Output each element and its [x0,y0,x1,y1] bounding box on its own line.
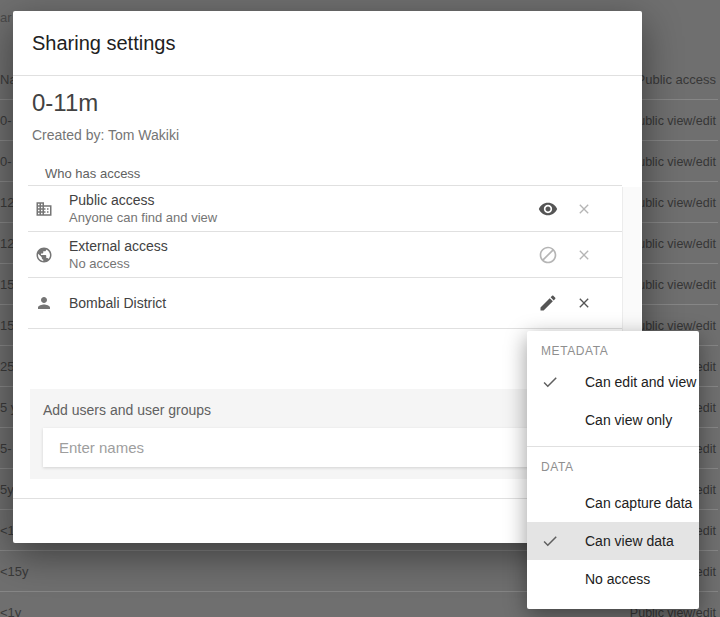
dialog-title: Sharing settings [32,32,175,55]
close-icon[interactable] [576,201,592,217]
menu-item-no-access[interactable]: No access [527,560,699,598]
shared-object-name: 0-11m [32,89,642,117]
background-row-name-fragment: 0- [0,154,12,169]
menu-item-can-view-data[interactable]: Can view data [527,522,699,560]
check-icon [541,373,559,391]
menu-item-can-capture-data[interactable]: Can capture data [527,484,699,522]
person-icon [35,294,53,312]
access-level-menu: METADATA Can edit and view Can view only… [527,331,699,609]
access-row: External access No access [28,231,622,277]
background-row-access-value: Public view/edit [630,155,716,169]
access-list: Public access Anyone can find and view E… [28,185,622,329]
background-row-name-fragment: <1y [0,605,21,617]
who-has-access-label: Who has access [45,166,642,182]
access-list-scrollbar-gutter[interactable] [622,187,641,332]
eye-icon[interactable] [538,199,558,219]
background-row-access-value: Public view/edit [630,237,716,251]
background-access-column-header: Public access [637,72,716,87]
background-row-access-value: Public view/edit [630,278,716,292]
menu-divider [527,446,699,447]
menu-item-label: Can view only [585,412,672,428]
menu-item-label: No access [585,571,650,587]
close-icon[interactable] [576,247,592,263]
access-row: Bombali District [28,277,622,329]
check-icon [541,532,559,550]
created-by-text: Created by: Tom Wakiki [32,126,642,144]
building-icon [35,200,53,218]
access-row: Public access Anyone can find and view [28,185,622,231]
background-row-access-value: Public view/edit [630,196,716,210]
access-row-subtitle: No access [69,255,538,272]
menu-section-header: DATA [527,455,699,479]
background-row-access-value: Public view/edit [630,114,716,128]
background-row-name-fragment: 5- [0,441,12,456]
access-row-subtitle: Anyone can find and view [69,209,538,226]
access-row-title: Public access [69,192,538,209]
access-row-title: External access [69,238,538,255]
menu-item-can-edit-and-view[interactable]: Can edit and view [527,363,699,401]
menu-item-can-view-only[interactable]: Can view only [527,401,699,439]
blocked-icon[interactable] [538,245,558,265]
dialog-header: Sharing settings [13,11,642,76]
add-users-panel: Add users and user groups [30,389,612,479]
menu-item-label: Can view data [585,533,674,549]
enter-names-input[interactable] [43,428,593,467]
background-search-fragment: ar [0,10,12,25]
menu-item-label: Can capture data [585,495,692,511]
background-row-name-fragment: 5y [0,482,14,497]
close-icon[interactable] [576,295,592,311]
background-row-name-fragment: <15y [0,564,29,579]
add-users-label: Add users and user groups [43,402,596,418]
menu-section-header: METADATA [527,339,699,363]
background-row-name-fragment: 0- [0,113,12,128]
access-row-title: Bombali District [69,295,538,312]
menu-item-label: Can edit and view [585,374,696,390]
pencil-icon[interactable] [538,293,558,313]
globe-icon [35,246,53,264]
